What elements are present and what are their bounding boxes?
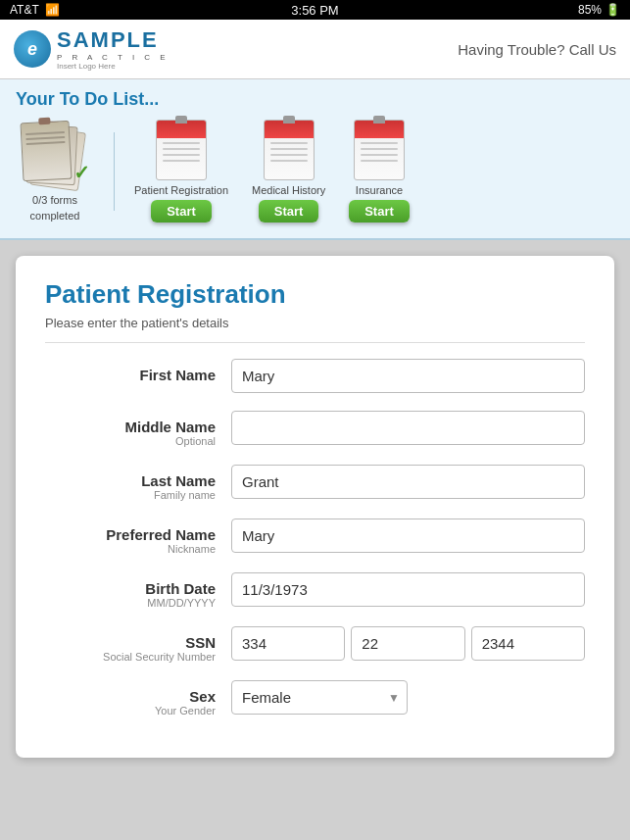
logo-title: SAMPLE (57, 27, 170, 53)
last-name-input-col (231, 465, 585, 499)
medical-history-start-button[interactable]: Start (259, 200, 319, 222)
middle-name-label-col: Middle Name Optional (45, 411, 231, 447)
page-title: Patient Registration (45, 279, 585, 310)
birth-date-row: Birth Date MM/DD/YYYY (45, 572, 585, 609)
page-subtitle: Please enter the patient's details (45, 316, 585, 343)
birth-date-label: Birth Date (45, 580, 216, 597)
first-name-row: First Name (45, 359, 585, 393)
sex-input-col: Female Male Other ▼ (231, 680, 585, 715)
preferred-name-input[interactable] (231, 519, 585, 553)
patient-registration-start-button[interactable]: Start (151, 200, 212, 222)
first-name-label: First Name (45, 367, 216, 383)
logo-subtitle: P R A C T I C E (57, 53, 170, 62)
middle-name-label: Middle Name (45, 419, 216, 435)
clipboard-icon (264, 120, 315, 180)
logo-icon: e (14, 30, 51, 68)
todo-title: Your To Do List... (16, 89, 614, 110)
sex-select-wrapper: Female Male Other ▼ (231, 680, 408, 715)
sex-label: Sex (45, 688, 216, 705)
logo-insert: Insert Logo Here (57, 62, 170, 71)
first-name-label-col: First Name (45, 359, 231, 383)
ssn-row: SSN Social Security Number (45, 626, 585, 663)
first-name-input[interactable] (231, 359, 585, 393)
logo-letter: e (27, 39, 37, 60)
clipboard-icon (156, 120, 207, 180)
insurance-label: Insurance (356, 184, 403, 196)
first-name-input-col (231, 359, 585, 393)
sex-select[interactable]: Female Male Other (231, 680, 408, 715)
carrier-label: AT&T (10, 3, 39, 17)
birth-date-input[interactable] (231, 572, 585, 607)
forms-count: 0/3 forms (32, 194, 77, 206)
battery-icon: 🔋 (606, 3, 620, 17)
preferred-name-row: Preferred Name Nickname (45, 519, 585, 555)
todo-section: Your To Do List... ✓ 0/3 forms completed (0, 79, 630, 240)
todo-content: ✓ 0/3 forms completed (16, 120, 614, 222)
clipboard-stack-icon: ✓ (20, 122, 90, 194)
birth-date-sublabel: MM/DD/YYYY (45, 597, 216, 609)
clipboard-icon (354, 120, 405, 180)
last-name-input[interactable] (231, 465, 585, 499)
sex-sublabel: Your Gender (45, 705, 216, 716)
last-name-sublabel: Family name (45, 489, 216, 501)
ssn-sublabel: Social Security Number (45, 651, 216, 663)
preferred-name-sublabel: Nickname (45, 543, 216, 555)
ssn-part3-input[interactable] (471, 626, 585, 661)
check-icon: ✓ (73, 161, 90, 184)
last-name-row: Last Name Family name (45, 465, 585, 501)
middle-name-row: Middle Name Optional (45, 411, 585, 447)
status-bar: AT&T 📶 3:56 PM 85% 🔋 (0, 0, 630, 20)
registration-card: Patient Registration Please enter the pa… (16, 256, 614, 758)
main-content: Patient Registration Please enter the pa… (0, 240, 630, 773)
header: e SAMPLE P R A C T I C E Insert Logo Her… (0, 20, 630, 79)
status-left: AT&T 📶 (10, 3, 60, 17)
ssn-part2-input[interactable] (351, 626, 464, 661)
sex-row: Sex Your Gender Female Male Other ▼ (45, 680, 585, 716)
ssn-part1-input[interactable] (231, 626, 345, 661)
patient-registration-icon (156, 120, 207, 180)
preferred-name-label-col: Preferred Name Nickname (45, 519, 231, 555)
form-item-medical-history: Medical History Start (252, 120, 325, 222)
medical-history-label: Medical History (252, 184, 325, 196)
status-right: 85% 🔋 (578, 3, 620, 17)
status-time: 3:56 PM (291, 3, 338, 18)
battery-label: 85% (578, 3, 602, 17)
preferred-name-input-col (231, 519, 585, 553)
clipboard-front (20, 120, 72, 181)
header-help-text: Having Trouble? Call Us (458, 41, 616, 58)
medical-history-icon (264, 120, 315, 180)
wifi-icon: 📶 (45, 3, 60, 17)
middle-name-input[interactable] (231, 411, 585, 445)
birth-date-input-col (231, 572, 585, 607)
form-item-patient-registration: Patient Registration Start (134, 120, 228, 222)
ssn-input-col (231, 626, 585, 661)
middle-name-input-col (231, 411, 585, 445)
middle-name-sublabel: Optional (45, 435, 216, 447)
birth-date-label-col: Birth Date MM/DD/YYYY (45, 572, 231, 609)
logo-text-area: SAMPLE P R A C T I C E Insert Logo Here (57, 27, 170, 71)
ssn-group (231, 626, 585, 661)
logo-area: e SAMPLE P R A C T I C E Insert Logo Her… (14, 27, 170, 71)
patient-registration-label: Patient Registration (134, 184, 228, 196)
divider (114, 132, 115, 211)
insurance-start-button[interactable]: Start (349, 200, 410, 222)
ssn-label: SSN (45, 634, 216, 651)
preferred-name-label: Preferred Name (45, 526, 216, 543)
last-name-label-col: Last Name Family name (45, 465, 231, 501)
last-name-label: Last Name (45, 472, 216, 489)
todo-forms-summary: ✓ 0/3 forms completed (16, 122, 94, 222)
insurance-icon (354, 120, 405, 180)
form-item-insurance: Insurance Start (349, 120, 410, 222)
ssn-label-col: SSN Social Security Number (45, 626, 231, 663)
sex-label-col: Sex Your Gender (45, 680, 231, 716)
todo-forms-list: Patient Registration Start Medical H (134, 120, 410, 222)
forms-label: completed (30, 210, 80, 222)
